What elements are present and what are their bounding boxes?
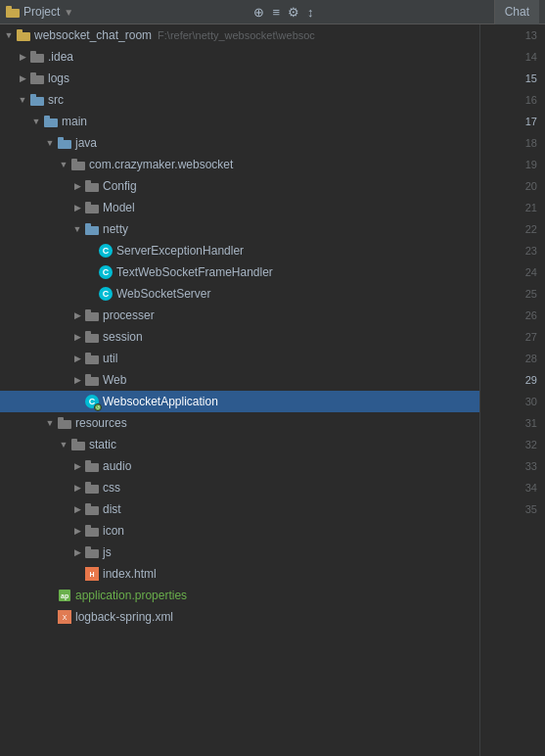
arrow-logs [16, 71, 29, 85]
tree-item-WebsocketApplication[interactable]: C ↺ WebsocketApplication [0, 391, 479, 412]
netty-folder-icon [84, 221, 100, 237]
line-10: 22 [480, 218, 545, 240]
pin-icon[interactable]: ↕ [307, 5, 314, 20]
tree-item-resources[interactable]: resources [0, 412, 479, 434]
arrow-idea [16, 50, 29, 64]
arrow-package [57, 158, 70, 171]
line-23: 35 [480, 498, 545, 520]
arrow-processer [70, 308, 84, 322]
appprops-file-icon: ap [57, 588, 72, 603]
project-label: Project [23, 5, 60, 19]
tree-item-Config[interactable]: Config [0, 175, 479, 197]
project-folder-icon [6, 6, 20, 18]
line-22: 34 [480, 477, 545, 498]
wss-label: WebSocketServer [116, 287, 211, 301]
arrow-css [70, 481, 84, 495]
arrow-Config [70, 179, 84, 193]
svg-rect-37 [85, 482, 91, 487]
tree-item-js[interactable]: js [0, 542, 479, 563]
svg-rect-17 [85, 180, 91, 185]
resources-folder-icon [57, 415, 72, 431]
line-numbers-panel: 13 14 15 16 17 18 19 20 21 22 23 24 25 2… [479, 24, 545, 756]
java-label: java [75, 136, 97, 150]
logbackxml-file-icon: X [57, 609, 72, 625]
tree-item-java[interactable]: java [0, 132, 479, 154]
arrow-src [16, 93, 29, 107]
session-label: session [103, 330, 143, 344]
tree-item-src[interactable]: src [0, 89, 479, 111]
tree-item-package[interactable]: com.crazymaker.websocket [0, 154, 479, 175]
indexhtml-file-icon: H [84, 566, 100, 582]
svg-rect-39 [85, 503, 91, 508]
locate-icon[interactable]: ⊕ [253, 5, 264, 20]
tree-item-audio[interactable]: audio [0, 455, 479, 477]
project-dropdown-icon[interactable]: ▼ [64, 7, 73, 18]
arrow-netty [70, 222, 84, 236]
twsfh-class-icon: C [98, 264, 114, 280]
svg-rect-27 [85, 353, 91, 357]
tree-item-main[interactable]: main [0, 111, 479, 132]
tree-item-dist[interactable]: dist [0, 498, 479, 520]
tree-item-Model[interactable]: Model [0, 197, 479, 218]
line-19: 31 [480, 412, 545, 434]
icon-folder-icon [84, 523, 100, 539]
tree-item-applicationprops[interactable]: ap application.properties [0, 585, 479, 606]
Web-label: Web [103, 373, 126, 387]
arrow-js [70, 545, 84, 559]
line-2: 14 [480, 46, 545, 68]
tree-item-indexhtml[interactable]: H index.html [0, 563, 479, 585]
tree-item-processer[interactable]: processer [0, 305, 479, 326]
line-11: 23 [480, 240, 545, 261]
tree-item-icon[interactable]: icon [0, 520, 479, 542]
line-20: 32 [480, 434, 545, 455]
tree-item-root[interactable]: websocket_chat_room F:\refer\netty_webso… [0, 24, 479, 46]
processer-label: processer [103, 308, 155, 322]
css-label: css [103, 481, 120, 495]
tree-item-WebSocketServer[interactable]: C WebSocketServer [0, 283, 479, 305]
idea-label: .idea [48, 50, 73, 64]
line-15: 27 [480, 326, 545, 348]
chat-tab[interactable]: Chat [494, 0, 539, 24]
line-21: 33 [480, 455, 545, 477]
logs-label: logs [48, 71, 69, 85]
twsfh-label: TextWebSocketFrameHandler [116, 265, 273, 279]
seh-class-icon: C [98, 243, 114, 259]
appprops-label: application.properties [75, 589, 187, 602]
css-folder-icon [84, 480, 100, 496]
seh-label: ServerExceptionHandler [116, 244, 244, 258]
icon-label: icon [103, 524, 124, 538]
svg-rect-35 [85, 460, 91, 465]
settings-icon[interactable]: ⚙ [288, 5, 299, 20]
arrow-main [29, 115, 43, 128]
svg-text:ap: ap [61, 592, 68, 600]
line-6: 18 [480, 132, 545, 154]
tree-item-netty[interactable]: netty [0, 218, 479, 240]
line-4: 16 [480, 89, 545, 111]
tree-item-static[interactable]: static [0, 434, 479, 455]
svg-rect-23 [85, 309, 91, 314]
collapse-icon[interactable]: ≡ [272, 5, 280, 20]
arrow-dist [70, 502, 84, 516]
util-label: util [103, 352, 117, 365]
logbackxml-label: logback-spring.xml [75, 610, 173, 624]
tree-item-Web[interactable]: Web [0, 369, 479, 391]
Config-folder-icon [84, 178, 100, 194]
tree-item-css[interactable]: css [0, 477, 479, 498]
tree-item-logs[interactable]: logs [0, 68, 479, 89]
tree-item-ServerExceptionHandler[interactable]: C ServerExceptionHandler [0, 240, 479, 261]
main-label: main [62, 115, 87, 128]
package-folder-icon [70, 157, 86, 172]
tree-item-util[interactable]: util [0, 348, 479, 369]
tree-item-session[interactable]: session [0, 326, 479, 348]
svg-rect-19 [85, 202, 91, 207]
js-label: js [103, 545, 112, 559]
processer-folder-icon [84, 307, 100, 323]
package-label: com.crazymaker.websocket [89, 158, 233, 171]
file-tree: websocket_chat_room F:\refer\netty_webso… [0, 24, 479, 756]
tree-item-logbackxml[interactable]: X logback-spring.xml [0, 606, 479, 628]
arrow-java [43, 136, 57, 150]
resources-label: resources [75, 416, 127, 430]
tree-item-idea[interactable]: .idea [0, 46, 479, 68]
root-folder-icon [16, 27, 31, 43]
tree-item-TextWebSocketFrameHandler[interactable]: C TextWebSocketFrameHandler [0, 261, 479, 283]
